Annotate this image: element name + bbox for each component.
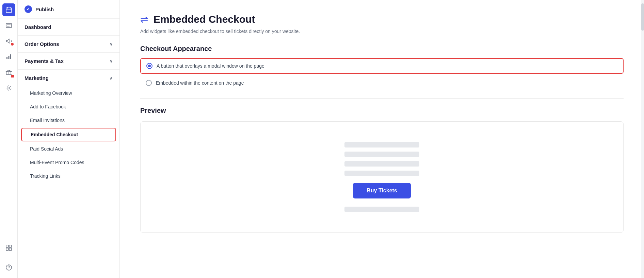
- marketing-sub-items: Marketing Overview Add to Facebook Email…: [18, 86, 119, 183]
- page-header: ⇌ Embedded Checkout: [140, 14, 624, 25]
- bank-nav-icon[interactable]: [2, 66, 15, 79]
- payments-tax-section: Payments & Tax ∨: [18, 53, 119, 70]
- embedded-checkout-icon: ⇌: [140, 14, 148, 25]
- svg-point-15: [8, 87, 10, 89]
- notification-badge: [11, 43, 14, 46]
- embedded-checkout-item[interactable]: Embedded Checkout: [21, 128, 116, 141]
- checkout-appearance-title: Checkout Appearance: [140, 45, 624, 53]
- list-nav-icon[interactable]: [2, 19, 15, 32]
- marketing-overview-item[interactable]: Marketing Overview: [18, 86, 119, 100]
- payments-tax-label: Payments & Tax: [25, 58, 64, 64]
- tracking-links-item[interactable]: Tracking Links: [18, 169, 119, 183]
- nav-sidebar: ✓ Publish Dashboard Order Options ∨ Paym…: [18, 0, 120, 278]
- right-scrollbar[interactable]: [641, 0, 644, 278]
- page-subtitle: Add widgets like embedded checkout to se…: [140, 29, 624, 34]
- radio-dot-embedded: [146, 80, 152, 86]
- buy-tickets-button[interactable]: Buy Tickets: [353, 183, 411, 198]
- gear-nav-icon[interactable]: [2, 82, 15, 94]
- radio-option-embedded[interactable]: Embedded within the content on the page: [140, 76, 624, 90]
- svg-rect-7: [6, 57, 7, 59]
- megaphone-nav-icon[interactable]: [2, 35, 15, 48]
- svg-rect-17: [9, 245, 12, 247]
- multi-event-promo-item[interactable]: Multi-Event Promo Codes: [18, 156, 119, 169]
- svg-rect-9: [10, 54, 11, 59]
- radio-dot-modal: [146, 63, 152, 69]
- marketing-chevron: ∧: [110, 76, 113, 81]
- svg-point-21: [9, 269, 9, 270]
- marketing-header[interactable]: Marketing ∧: [18, 70, 119, 86]
- preview-skeleton-2: [344, 152, 419, 157]
- preview-skeleton-1: [344, 142, 419, 147]
- svg-rect-18: [6, 248, 9, 250]
- dashboard-header[interactable]: Dashboard: [18, 19, 119, 35]
- page-title: Embedded Checkout: [154, 14, 255, 25]
- radio-label-embedded: Embedded within the content on the page: [156, 80, 244, 86]
- icon-sidebar: [0, 0, 18, 278]
- radio-label-modal: A button that overlays a modal window on…: [157, 63, 264, 69]
- publish-label: Publish: [35, 6, 54, 12]
- marketing-label: Marketing: [25, 75, 49, 81]
- marketing-section: Marketing ∧ Marketing Overview Add to Fa…: [18, 70, 119, 183]
- bank-badge: [11, 75, 14, 77]
- publish-nav-item[interactable]: ✓ Publish: [18, 0, 119, 19]
- payments-tax-chevron: ∨: [110, 59, 113, 64]
- svg-rect-4: [6, 23, 12, 28]
- svg-rect-8: [8, 56, 9, 59]
- preview-skeleton-3: [344, 161, 419, 167]
- order-options-header[interactable]: Order Options ∨: [18, 36, 119, 52]
- preview-skeleton-4: [344, 171, 419, 176]
- radio-option-modal[interactable]: A button that overlays a modal window on…: [140, 58, 624, 74]
- publish-check-icon: ✓: [25, 5, 32, 13]
- scrollbar-thumb: [641, 3, 644, 31]
- section-divider: [140, 98, 624, 99]
- preview-box: Buy Tickets: [140, 121, 624, 233]
- calendar-nav-icon[interactable]: [2, 3, 15, 16]
- add-to-facebook-item[interactable]: Add to Facebook: [18, 100, 119, 114]
- svg-rect-19: [9, 248, 12, 250]
- preview-title: Preview: [140, 107, 624, 115]
- payments-tax-header[interactable]: Payments & Tax ∨: [18, 53, 119, 69]
- dashboard-section: Dashboard: [18, 19, 119, 36]
- chart-nav-icon[interactable]: [2, 50, 15, 63]
- order-options-section: Order Options ∨: [18, 36, 119, 53]
- svg-rect-0: [6, 8, 12, 13]
- main-content: ⇌ Embedded Checkout Add widgets like emb…: [120, 0, 644, 278]
- preview-skeleton-5: [344, 207, 419, 212]
- help-nav-icon[interactable]: [2, 261, 15, 274]
- email-invitations-item[interactable]: Email Invitations: [18, 114, 119, 127]
- order-options-label: Order Options: [25, 41, 59, 47]
- paid-social-ads-item[interactable]: Paid Social Ads: [18, 142, 119, 156]
- grid-nav-icon[interactable]: [2, 241, 15, 254]
- dashboard-label: Dashboard: [25, 24, 51, 30]
- order-options-chevron: ∨: [110, 42, 113, 47]
- svg-rect-16: [6, 245, 9, 247]
